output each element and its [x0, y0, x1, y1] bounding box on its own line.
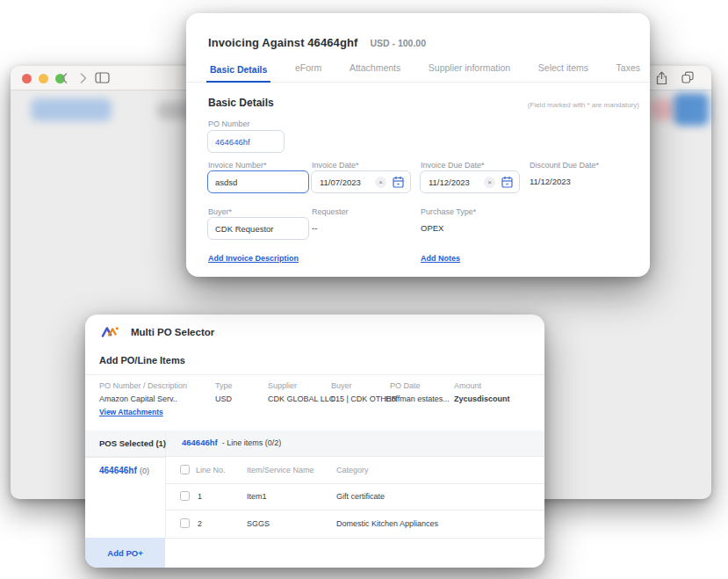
po-col-date: PO Date — [390, 381, 421, 390]
back-icon[interactable] — [56, 70, 72, 86]
po-row-description: Amazon Capital Serv.. — [99, 394, 177, 403]
buyer-label: Buyer* — [208, 207, 232, 216]
li-row-category: Domestic Kitchen Appliances — [336, 519, 438, 528]
po-row-date: Hoffman estates... — [386, 394, 450, 403]
line-items-po-id: 464646hf — [182, 438, 218, 447]
purchase-type-label: Purchase Type* — [421, 207, 476, 216]
section-title: Basic Details — [208, 97, 274, 109]
blurred-content-blob — [31, 98, 112, 121]
li-col-line-no: Line No. — [196, 466, 226, 474]
invoice-date-label: Invoice Date* — [312, 161, 359, 170]
mandatory-note: (Field marked with * are mandatory) — [528, 101, 639, 109]
discount-due-date-value: 11/12/2023 — [530, 177, 571, 186]
po-col-buyer: Buyer — [331, 381, 352, 390]
share-icon[interactable] — [656, 71, 667, 85]
buyer-value: CDK Requestor — [215, 224, 274, 234]
blurred-content-blob — [651, 99, 675, 120]
li-row-line-no: 1 — [198, 492, 202, 501]
row-checkbox[interactable] — [180, 491, 190, 501]
li-col-item: Item/Service Name — [247, 466, 314, 474]
li-row-category: Gift certificate — [336, 492, 385, 501]
invoicing-modal: Invoicing Against 46464ghf USD - 100.00 … — [186, 13, 650, 277]
li-row-line-no: 2 — [198, 519, 202, 528]
view-attachments-link[interactable]: View Attachments — [99, 408, 163, 416]
invoice-date-picker[interactable]: 11/07/2023 × — [311, 170, 411, 193]
minimize-window-button[interactable] — [39, 74, 48, 83]
divider — [85, 457, 165, 458]
currency-amount: USD - 100.00 — [370, 38, 426, 48]
tab-overview-icon[interactable] — [681, 71, 694, 83]
requester-label: Requester — [312, 207, 349, 216]
tab-select-items[interactable]: Select items — [535, 62, 592, 82]
divider — [165, 483, 544, 484]
modal-title: Invoicing Against 46464ghf — [208, 36, 357, 49]
pos-selected-title: POS Selected (1) — [99, 438, 166, 448]
invoice-number-value: asdsd — [215, 177, 237, 187]
screenshot-stage: Multi PO Selector Add PO/Line Items PO N… — [0, 0, 728, 579]
invoice-due-date-label: Invoice Due Date* — [421, 161, 485, 170]
purchase-type-value: OPEX — [421, 223, 443, 233]
li-row-item: SGGS — [247, 519, 270, 528]
add-po-button[interactable]: Add PO+ — [85, 538, 165, 568]
app-logo-icon — [101, 324, 119, 339]
po-row-type: USD — [215, 394, 232, 403]
tab-taxes[interactable]: Taxes — [613, 62, 644, 82]
po-number-field[interactable]: 464646hf — [207, 130, 285, 153]
tab-basic-details[interactable]: Basic Details — [206, 64, 270, 83]
po-number-label: PO Number — [208, 119, 250, 128]
multi-po-selector-modal: Multi PO Selector Add PO/Line Items PO N… — [85, 315, 544, 568]
tab-supplier-information[interactable]: Supplier information — [425, 62, 514, 82]
invoice-number-label: Invoice Number* — [208, 161, 267, 170]
clear-date-icon[interactable]: × — [484, 177, 495, 188]
calendar-icon[interactable] — [393, 176, 404, 188]
row-checkbox[interactable] — [180, 518, 190, 528]
po-col-supplier: Supplier — [268, 381, 297, 390]
selected-po-count: (0) — [140, 467, 149, 475]
tab-bar: Basic Details eForm Attachments Supplier… — [186, 56, 650, 83]
blurred-content-blob — [674, 93, 709, 126]
li-col-category: Category — [336, 466, 369, 474]
po-col-amount: Amount — [454, 381, 481, 390]
invoice-due-date-value: 11/12/2023 — [429, 177, 484, 187]
divider — [165, 510, 544, 510]
line-items-count: - Line items (0/2) — [222, 438, 282, 447]
po-col-type: Type — [215, 381, 233, 390]
close-window-button[interactable] — [22, 74, 32, 83]
forward-icon[interactable] — [76, 70, 91, 86]
calendar-icon[interactable] — [501, 176, 513, 188]
requester-value: -- — [312, 223, 317, 233]
section-title: Add PO/Line Items — [99, 355, 185, 365]
select-all-checkbox[interactable] — [180, 465, 190, 474]
po-col-number: PO Number / Description — [99, 381, 187, 390]
selected-po-item[interactable]: 464646hf — [99, 466, 137, 475]
invoice-date-value: 11/07/2023 — [320, 177, 375, 187]
invoice-due-date-picker[interactable]: 11/12/2023 × — [420, 170, 520, 193]
divider — [85, 374, 544, 375]
tab-eform[interactable]: eForm — [292, 62, 325, 82]
sidebar-toggle-icon[interactable] — [95, 71, 110, 84]
discount-due-date-label: Discount Due Date* — [530, 161, 599, 170]
li-row-item: Item1 — [247, 492, 267, 501]
po-row-supplier: CDK GLOBAL LLC — [268, 394, 335, 403]
modal-title: Multi PO Selector — [131, 327, 214, 337]
add-notes-link[interactable]: Add Notes — [421, 254, 460, 263]
tab-attachments[interactable]: Attachments — [346, 62, 404, 82]
po-row-amount: Zycusdiscount — [454, 394, 510, 403]
clear-date-icon[interactable]: × — [375, 177, 386, 188]
buyer-input[interactable]: CDK Requestor — [207, 217, 309, 240]
invoice-number-input[interactable]: asdsd — [207, 170, 309, 193]
po-number-value: 464646hf — [215, 137, 250, 147]
add-invoice-description-link[interactable]: Add Invoice Description — [208, 254, 299, 263]
